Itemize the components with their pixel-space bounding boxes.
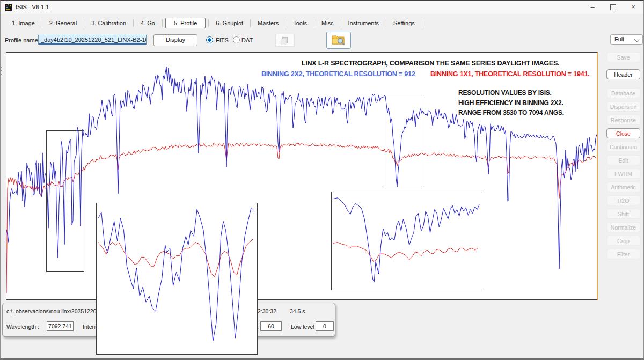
selection-rectangle-2	[386, 95, 422, 187]
h2o-button: H2O	[606, 195, 640, 205]
wavelength-label: Wavelength :	[6, 324, 39, 330]
edit-button: Edit	[606, 155, 640, 165]
close-icon: ×	[631, 3, 635, 11]
low-level-input[interactable]: 0	[316, 321, 334, 331]
display-button[interactable]: Display	[153, 34, 197, 46]
tab-masters[interactable]: Masters	[251, 18, 286, 28]
database-button: Database	[606, 88, 640, 98]
zoom-inset-bottom	[96, 203, 258, 355]
isis-window: ISIS - V6.1.1 – × 1. Image 2. General 3.…	[0, 0, 644, 360]
continuum-button: Continuum	[606, 142, 640, 152]
tab-settings[interactable]: Settings	[386, 18, 422, 28]
fits-radio[interactable]	[206, 36, 213, 43]
minimize-button[interactable]: –	[582, 1, 603, 13]
dispersion-button: Dispersion	[606, 101, 640, 112]
tab-separator	[162, 19, 163, 27]
app-icon	[5, 4, 12, 11]
minimize-icon: –	[590, 3, 594, 11]
chart-note-line: RANGE FROM 3530 TO 7094 ANGS.	[458, 108, 564, 118]
window-title: ISIS - V6.1.1	[16, 4, 49, 10]
zoom-inset-right-curves	[332, 192, 481, 289]
low-level-label: Low level :	[291, 324, 318, 330]
tab-misc[interactable]: Misc	[314, 18, 341, 28]
tab-tools[interactable]: Tools	[286, 18, 314, 28]
close-profile-button[interactable]: Close	[606, 128, 640, 138]
chart-legend-binning1x1: BINNING 1X1, THEORETICAL RESOLUTION = 19…	[430, 70, 589, 78]
zoom-inset-right	[331, 192, 482, 290]
copy-icon	[282, 37, 288, 43]
selection-rectangle-1	[46, 130, 84, 272]
tab-separator	[422, 19, 422, 27]
tab-general[interactable]: 2. General	[42, 18, 84, 28]
tab-bar: 1. Image 2. General 3. Calibration 4. Go…	[5, 17, 422, 29]
folder-search-icon	[332, 34, 346, 46]
dat-radio[interactable]	[233, 36, 240, 43]
maximize-button[interactable]	[603, 1, 623, 13]
chevron-down-icon	[634, 37, 640, 42]
title-bar: ISIS - V6.1.1 – ×	[1, 1, 643, 14]
arithmetic-button: Arithmetic	[606, 182, 640, 192]
header-button[interactable]: Header	[606, 69, 640, 79]
tab-image[interactable]: 1. Image	[5, 18, 42, 28]
tab-profile[interactable]: 5. Profile	[165, 18, 206, 28]
display-range-select[interactable]: Full	[610, 34, 643, 45]
fwhm-button: FWHM	[606, 168, 640, 179]
tab-instruments[interactable]: Instruments	[341, 18, 386, 28]
chart-note-line: RESOLUTION VALUES BY ISIS.	[458, 88, 564, 98]
splitter-handle[interactable]	[1, 67, 2, 77]
chart-title: LINX L-R SPECTROGRAPH, COMPARISON THE SA…	[264, 60, 597, 67]
chart-notes: RESOLUTION VALUES BY ISIS. HIGH EFFICIEN…	[458, 88, 564, 118]
maximize-icon	[610, 4, 616, 10]
fits-radio-label[interactable]: FITS	[216, 37, 229, 43]
filter-button: Filter	[606, 249, 640, 259]
normalize-button: Normalize	[606, 222, 640, 232]
status-time: 2:30:32	[258, 308, 276, 314]
copy-profile-button[interactable]	[275, 34, 295, 47]
browse-files-button[interactable]	[326, 32, 351, 49]
dat-radio-label[interactable]: DAT	[241, 37, 253, 43]
save-button: Save	[606, 52, 640, 62]
shift-button: Shift	[606, 209, 640, 219]
display-range-value: Full	[614, 36, 624, 42]
profile-name-label: Profile name :	[5, 37, 41, 43]
high-level-input[interactable]: 60	[260, 321, 282, 331]
spectrum-plot-area[interactable]: LINX L-R SPECTROGRAPH, COMPARISON THE SA…	[6, 52, 598, 300]
close-button[interactable]: ×	[623, 1, 643, 13]
tab-gnuplot[interactable]: 6. Gnuplot	[209, 18, 250, 28]
tab-calibration[interactable]: 3. Calibration	[84, 18, 133, 28]
wavelength-value: 7092.741	[47, 321, 74, 331]
exposure-time: 34.5 s	[290, 308, 305, 314]
response-button: Response	[606, 115, 640, 125]
chart-note-line: HIGH EFFICIENCY IN BINNING 2X2.	[458, 98, 564, 108]
zoom-inset-bottom-curves	[97, 203, 256, 353]
profile-name-input[interactable]	[38, 35, 147, 45]
chart-legend-binning2x2: BINNING 2X2, THEORETICAL RESOLUTION = 91…	[261, 70, 415, 78]
crop-button: Crop	[606, 236, 640, 246]
tab-go[interactable]: 4. Go	[134, 18, 162, 28]
